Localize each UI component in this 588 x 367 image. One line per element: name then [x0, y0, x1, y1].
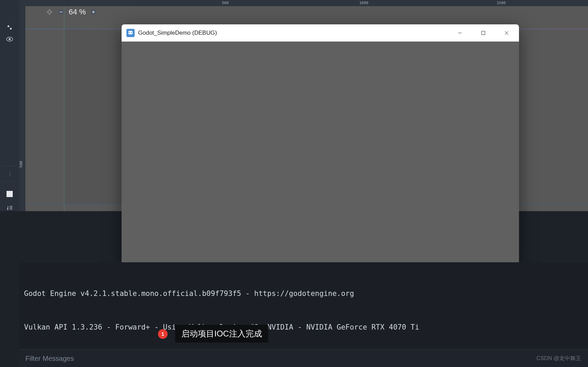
watermark: CSDN @龙中舞王 [536, 355, 581, 362]
ruler-tick: 500 [19, 161, 23, 168]
ruler-tick: 500 [222, 1, 229, 5]
ruler-tick: 1000 [359, 1, 369, 5]
zoom-controls: 64 % [45, 8, 98, 16]
guide-line-v [64, 6, 65, 211]
svg-point-8 [131, 32, 132, 33]
close-button[interactable] [499, 27, 514, 39]
ruler-vertical[interactable]: 500 [19, 0, 25, 211]
ruler-tick: 1500 [497, 1, 506, 5]
output-panel[interactable]: Godot Engine v4.2.1.stable.mono.official… [19, 262, 588, 348]
ruler-horizontal[interactable]: 500 1000 1500 [19, 0, 588, 6]
game-debug-window[interactable]: Godot_SimpleDemo (DEBUG) [122, 24, 519, 265]
output-line: Vulkan API 1.3.236 - Forward+ - Using Vu… [24, 322, 583, 333]
more-icon[interactable]: ⋮ [7, 171, 12, 177]
svg-rect-10 [482, 31, 485, 35]
separator [3, 166, 16, 167]
zoom-out-button[interactable] [57, 8, 65, 16]
filter-bar [19, 349, 588, 367]
zoom-level[interactable]: 64 % [69, 8, 86, 16]
annotation-badge: 1 [158, 329, 168, 339]
annotation-label: 启动项目IOC注入完成 [175, 325, 268, 343]
maximize-button[interactable] [476, 27, 491, 39]
center-focus-icon[interactable] [45, 8, 54, 16]
left-toolbar: ⋮ [0, 0, 19, 211]
output-line: Godot Engine v4.2.1.stable.mono.official… [24, 288, 583, 299]
svg-rect-6 [93, 11, 94, 13]
window-titlebar[interactable]: Godot_SimpleDemo (DEBUG) [122, 24, 519, 42]
minimize-button[interactable] [452, 27, 467, 39]
eye-icon[interactable] [5, 36, 14, 43]
separator [3, 181, 16, 182]
svg-rect-3 [60, 12, 63, 12]
svg-point-1 [9, 38, 11, 40]
shape-icon[interactable] [5, 24, 14, 31]
window-title: Godot_SimpleDemo (DEBUG) [138, 30, 217, 36]
filter-input[interactable] [25, 355, 163, 363]
rect-tool-icon[interactable] [5, 191, 14, 197]
svg-point-7 [129, 32, 130, 33]
zoom-in-button[interactable] [89, 8, 98, 16]
godot-app-icon [126, 29, 135, 37]
order-icon[interactable] [5, 204, 14, 211]
